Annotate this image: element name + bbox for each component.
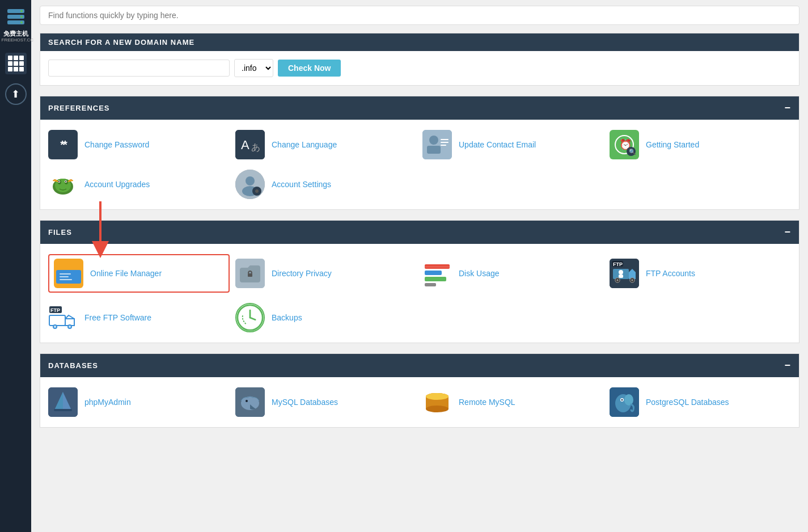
directory-privacy-icon xyxy=(235,259,265,288)
preferences-body: ** Change Password A あ Change Language xyxy=(40,120,799,209)
domain-tld-select[interactable]: .info .com .net .org .io xyxy=(234,59,273,77)
mysql-label: MySQL Databases xyxy=(272,398,338,407)
svg-rect-44 xyxy=(425,271,442,275)
postgresql-icon xyxy=(610,387,639,417)
ftp-accounts-icon: FTP xyxy=(610,259,639,288)
feature-mysql[interactable]: MySQL Databases xyxy=(235,387,417,417)
svg-text:FTP: FTP xyxy=(613,261,623,267)
preferences-collapse-button[interactable]: − xyxy=(784,102,791,114)
svg-rect-46 xyxy=(425,283,436,286)
disk-usage-icon xyxy=(422,259,452,288)
feature-disk-usage[interactable]: Disk Usage xyxy=(422,254,604,293)
check-now-button[interactable]: Check Now xyxy=(278,60,341,77)
change-language-icon: A あ xyxy=(235,130,265,159)
logo-icon xyxy=(2,6,30,30)
change-language-label: Change Language xyxy=(272,140,337,149)
preferences-title: PREFERENCES xyxy=(48,104,110,112)
upload-button[interactable]: ⬆ xyxy=(5,83,27,105)
feature-getting-started[interactable]: ⏰ 🔍 Getting Started xyxy=(610,130,791,159)
svg-point-10 xyxy=(429,136,438,145)
domain-search-input[interactable] xyxy=(48,60,230,77)
svg-point-85 xyxy=(621,399,623,401)
feature-change-password[interactable]: ** Change Password xyxy=(48,130,230,159)
svg-rect-11 xyxy=(427,146,441,154)
svg-text:🔍: 🔍 xyxy=(629,148,636,155)
svg-point-34 xyxy=(255,189,259,193)
svg-point-64 xyxy=(69,326,71,328)
preferences-header: PREFERENCES − xyxy=(40,96,799,120)
feature-change-language[interactable]: A あ Change Language xyxy=(235,130,417,159)
feature-backups[interactable]: Backups xyxy=(235,303,417,332)
svg-rect-42 xyxy=(248,273,252,277)
account-settings-icon xyxy=(235,170,265,199)
svg-point-4 xyxy=(20,16,23,18)
free-ftp-icon: FTP xyxy=(48,303,78,332)
remote-mysql-icon xyxy=(422,387,452,417)
feature-phpmyadmin[interactable]: phpMyAdmin xyxy=(48,387,230,417)
logo-chinese-text: 免费主机 xyxy=(2,30,30,37)
phpmyadmin-label: phpMyAdmin xyxy=(84,398,131,407)
getting-started-icon: ⏰ 🔍 xyxy=(610,130,639,159)
svg-text:A: A xyxy=(241,138,249,152)
svg-rect-40 xyxy=(60,279,72,280)
search-input[interactable] xyxy=(40,6,799,25)
svg-text:あ: あ xyxy=(251,142,260,152)
svg-point-54 xyxy=(619,270,623,275)
feature-account-settings[interactable]: Account Settings xyxy=(235,170,417,199)
domain-search-section: SEARCH FOR A NEW DOMAIN NAME .info .com … xyxy=(40,33,799,86)
files-body: Online File Manager Dire xyxy=(40,244,799,343)
feature-postgresql[interactable]: PostgreSQL Databases xyxy=(610,387,791,417)
free-ftp-label: Free FTP Software xyxy=(84,313,151,322)
databases-title: DATABASES xyxy=(48,361,98,370)
getting-started-label: Getting Started xyxy=(646,140,699,149)
databases-body: phpMyAdmin MySQL Databas xyxy=(40,377,799,427)
svg-point-51 xyxy=(616,279,619,281)
change-password-icon: ** xyxy=(48,130,78,159)
databases-collapse-button[interactable]: − xyxy=(784,360,791,371)
grid-icon xyxy=(8,56,24,71)
svg-rect-13 xyxy=(441,142,449,143)
svg-text:FTP: FTP xyxy=(50,307,60,313)
upload-icon: ⬆ xyxy=(11,88,20,100)
preferences-panel: PREFERENCES − ** Change Password A xyxy=(40,96,799,210)
backups-label: Backups xyxy=(272,313,302,322)
svg-marker-36 xyxy=(92,241,109,258)
svg-rect-39 xyxy=(60,276,69,277)
account-settings-label: Account Settings xyxy=(272,180,331,189)
online-file-manager-icon xyxy=(54,259,83,288)
svg-rect-14 xyxy=(441,145,446,146)
change-password-label: Change Password xyxy=(84,140,149,149)
svg-point-53 xyxy=(631,279,633,281)
svg-rect-60 xyxy=(49,315,65,326)
grid-menu-button[interactable] xyxy=(5,53,27,74)
feature-update-contact[interactable]: Update Contact Email xyxy=(422,130,604,159)
svg-rect-47 xyxy=(424,267,451,267)
feature-directory-privacy[interactable]: Directory Privacy xyxy=(235,254,417,293)
svg-point-83 xyxy=(624,394,633,406)
feature-free-ftp[interactable]: FTP Free FTP Software xyxy=(48,303,230,332)
postgresql-label: PostgreSQL Databases xyxy=(646,398,729,407)
update-contact-label: Update Contact Email xyxy=(459,140,536,149)
sidebar: 免费主机 FREEHOST.CC ⬆ xyxy=(0,0,31,532)
svg-point-62 xyxy=(54,326,56,328)
backups-icon xyxy=(235,303,265,332)
svg-point-79 xyxy=(426,406,449,412)
logo: 免费主机 FREEHOST.CC xyxy=(2,6,30,43)
disk-usage-label: Disk Usage xyxy=(459,269,500,278)
logo-sub-text: FREEHOST.CC xyxy=(2,37,30,43)
feature-online-file-manager[interactable]: Online File Manager xyxy=(48,254,230,293)
databases-header: DATABASES − xyxy=(40,354,799,377)
domain-section-body: .info .com .net .org .io Check Now xyxy=(40,51,799,85)
svg-point-5 xyxy=(20,22,23,24)
svg-rect-38 xyxy=(60,273,71,275)
svg-point-31 xyxy=(246,176,255,185)
feature-ftp-accounts[interactable]: FTP FTP Accounts xyxy=(610,254,791,293)
remote-mysql-label: Remote MySQL xyxy=(459,398,515,407)
files-collapse-button[interactable]: − xyxy=(784,226,791,238)
svg-rect-6 xyxy=(235,130,265,159)
feature-account-upgrades[interactable]: Account Upgrades xyxy=(48,170,230,199)
feature-remote-mysql[interactable]: Remote MySQL xyxy=(422,387,604,417)
account-upgrades-icon xyxy=(48,170,78,199)
svg-point-75 xyxy=(246,400,248,402)
files-header: FILES − xyxy=(40,221,799,244)
